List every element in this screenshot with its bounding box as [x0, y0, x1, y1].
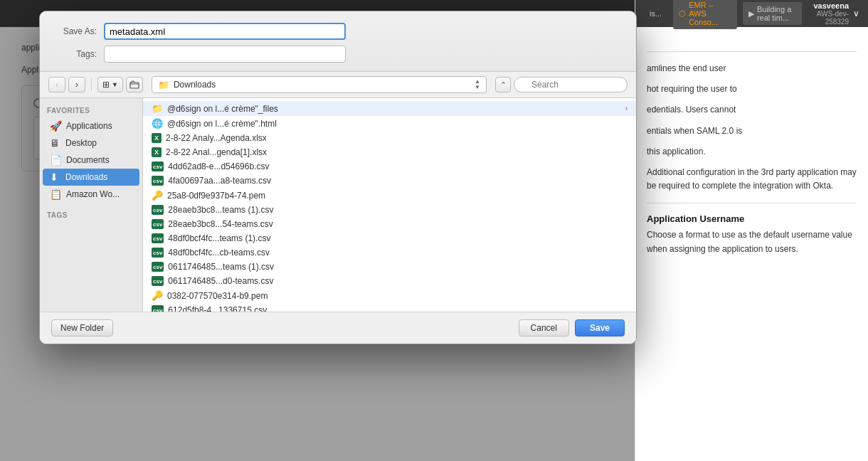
list-item[interactable]: csv 0611746485...d0-teams.csv — [143, 274, 636, 288]
right-text-4: entials when SAML 2.0 is — [647, 124, 857, 138]
view-chevron-icon: ▼ — [112, 81, 118, 88]
csv-icon: csv — [152, 305, 164, 312]
list-item[interactable]: csv 612d5fb8-4...1336715.csv — [143, 303, 636, 312]
sidebar-label-downloads: Downloads — [65, 172, 107, 182]
list-item[interactable]: 📁 @d6sign on l...é crème"_files › — [143, 101, 636, 116]
browser-topbar: is... ⬡ EMR – AWS Conso... ▶ Building a … — [635, 0, 868, 27]
sidebar-item-desktop[interactable]: 🖥 Desktop — [43, 134, 139, 152]
amazon-icon: 📋 — [50, 189, 62, 200]
account-name: vasveena — [813, 1, 849, 10]
csv-icon: csv — [152, 205, 164, 215]
pem-icon: 🔑 — [152, 290, 163, 301]
location-bar[interactable]: 📁 Downloads ▲ ▼ — [152, 76, 487, 93]
back-button[interactable]: ‹ — [48, 77, 65, 92]
location-stepper[interactable]: ▲ ▼ — [475, 79, 480, 90]
sidebar-item-downloads[interactable]: ⬇ Downloads — [43, 169, 139, 186]
view-toggle-button[interactable]: ⊞ ▼ — [97, 77, 123, 92]
sidebar-item-documents[interactable]: 📄 Documents — [43, 152, 139, 169]
list-item[interactable]: 🌐 @d6sign on l...é crème".html — [143, 116, 636, 131]
tab-label-aws: EMR – AWS Conso... — [689, 1, 731, 26]
list-item[interactable]: 🔑 0382-077570e314-b9.pem — [143, 288, 636, 303]
csv-icon: csv — [152, 161, 164, 171]
applications-icon: 🚀 — [50, 120, 62, 132]
csv-icon: csv — [152, 219, 164, 229]
saveas-label: Save As: — [54, 26, 104, 36]
sidebar-tags-label: Tags — [40, 203, 142, 222]
list-item[interactable]: csv 0611746485...teams (1).csv — [143, 260, 636, 274]
forward-button[interactable]: › — [68, 77, 85, 92]
tags-input[interactable] — [104, 46, 346, 63]
dialog-footer: New Folder Cancel Save — [40, 312, 636, 344]
list-item[interactable]: 🔑 25a8-0df9e937b4-74.pem — [143, 188, 636, 203]
file-name: 28eaeb3bc8...54-teams.csv — [168, 219, 272, 229]
account-info: vasveena AWS-dev-258329 — [813, 1, 849, 26]
cancel-button-label: Cancel — [531, 323, 557, 333]
right-text-2: hot requiring the user to — [647, 83, 857, 96]
file-name: 48df0bcf4fc...teams (1).csv — [168, 233, 270, 243]
saveas-input[interactable] — [104, 23, 346, 40]
account-id: AWS-dev-258329 — [813, 10, 849, 26]
csv-icon: csv — [152, 176, 164, 186]
right-text-3: edentials. Users cannot — [647, 103, 857, 117]
list-item[interactable]: csv 4dd62ad8-e...d54696b.csv — [143, 159, 636, 174]
excel-icon: X — [152, 147, 162, 157]
search-wrapper: 🔍 — [514, 77, 628, 92]
expand-button[interactable]: ⌃ — [495, 77, 511, 92]
account-area: vasveena AWS-dev-258329 ∨ — [813, 1, 859, 26]
list-item[interactable]: csv 28eaeb3bc8...54-teams.csv — [143, 217, 636, 231]
view-grid-icon: ⊞ — [102, 80, 110, 90]
sidebar-label-amazon: Amazon Wo... — [66, 189, 120, 199]
file-name: 25a8-0df9e937b4-74.pem — [167, 191, 265, 201]
file-name: 612d5fb8-4...1336715.csv — [168, 305, 267, 312]
app-username-text: Choose a format to use as the default us… — [647, 228, 857, 255]
file-name: 0611746485...teams (1).csv — [168, 262, 274, 272]
dialog-filelist: 📁 @d6sign on l...é crème"_files › 🌐 @d6s… — [143, 98, 636, 312]
tab-label-building: Building a real tim... — [757, 5, 797, 22]
toolbar-separator-1 — [91, 78, 92, 91]
sidebar-label-applications: Applications — [66, 121, 112, 131]
tab-label-0: is... — [650, 9, 662, 18]
new-folder-icon-button[interactable] — [126, 77, 143, 92]
right-text-5: this application. — [647, 145, 857, 159]
file-name: 28eaeb3bc8...teams (1).csv — [168, 205, 273, 215]
save-button[interactable]: Save — [575, 319, 625, 337]
sidebar-item-applications[interactable]: 🚀 Applications — [43, 117, 139, 134]
sidebar-item-amazon[interactable]: 📋 Amazon Wo... — [43, 186, 139, 203]
save-dialog: Save As: Tags: ‹ › ⊞ ▼ 📁 Downloads — [39, 11, 637, 344]
search-input[interactable] — [514, 77, 628, 92]
location-text: Downloads — [174, 80, 216, 90]
list-item[interactable]: csv 4fa00697aa...a8-teams.csv — [143, 174, 636, 188]
sidebar-label-desktop: Desktop — [65, 138, 97, 148]
list-item[interactable]: X 2-8-22 Anal...genda[1].xlsx — [143, 145, 636, 159]
file-name: 2-8-22 Analy...Agenda.xlsx — [166, 133, 267, 143]
svg-rect-0 — [130, 83, 139, 88]
new-folder-button[interactable]: New Folder — [51, 319, 113, 337]
tags-label: Tags: — [54, 49, 104, 59]
divider-2 — [647, 203, 857, 203]
list-item[interactable]: csv 48df0bcf4fc...teams (1).csv — [143, 231, 636, 245]
new-folder-button-label: New Folder — [60, 323, 104, 333]
browser-tab-building[interactable]: ▶ Building a real tim... — [743, 2, 803, 25]
account-chevron-icon[interactable]: ∨ — [853, 9, 859, 18]
dialog-sidebar: Favorites 🚀 Applications 🖥 Desktop 📄 Doc… — [40, 98, 143, 312]
location-down-icon[interactable]: ▼ — [475, 85, 480, 90]
cancel-button[interactable]: Cancel — [519, 319, 569, 337]
downloads-icon: ⬇ — [50, 171, 61, 183]
sidebar-label-documents: Documents — [66, 155, 110, 165]
list-item[interactable]: csv 48df0bcf4fc...cb-teams.csv — [143, 245, 636, 260]
pem-icon: 🔑 — [152, 190, 163, 201]
csv-icon: csv — [152, 248, 164, 258]
excel-icon: X — [152, 133, 162, 143]
sidebar-favorites-label: Favorites — [40, 107, 142, 117]
browser-tab-generic[interactable]: is... — [644, 6, 667, 21]
browser-tab-aws[interactable]: ⬡ EMR – AWS Conso... — [673, 0, 737, 29]
list-item[interactable]: X 2-8-22 Analy...Agenda.xlsx — [143, 131, 636, 145]
csv-icon: csv — [152, 262, 164, 272]
csv-icon: csv — [152, 233, 164, 243]
file-name: 48df0bcf4fc...cb-teams.csv — [168, 248, 270, 258]
desktop-icon: 🖥 — [50, 137, 61, 149]
dialog-header: Save As: Tags: — [40, 11, 636, 72]
list-item[interactable]: csv 28eaeb3bc8...teams (1).csv — [143, 203, 636, 217]
file-name: 0382-077570e314-b9.pem — [167, 291, 268, 301]
folder-icon: 📁 — [152, 103, 163, 114]
